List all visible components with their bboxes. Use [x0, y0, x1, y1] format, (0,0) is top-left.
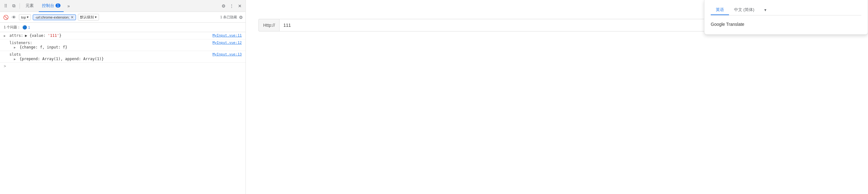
translate-popup: 英语 中文 (简体) ▾ Google Translate: [704, 0, 868, 35]
main-area: 英语 中文 (简体) ▾ Google Translate Http://: [246, 0, 868, 194]
filter-settings-icon[interactable]: ⚙: [239, 15, 243, 20]
issue-bar: 1 个问题： 🔵 1: [0, 23, 246, 32]
issue-badge-icon: 🔵: [22, 25, 27, 30]
source-link-attrs[interactable]: MyInput.vue:11: [212, 33, 242, 37]
translate-tab-chinese[interactable]: 中文 (简体): [729, 5, 759, 15]
translate-tab-english[interactable]: 英语: [711, 5, 729, 15]
clear-console-icon[interactable]: 🚫: [2, 14, 9, 21]
table-row: listeners: MyInput.vue:12 {change: f, in…: [0, 39, 246, 51]
translate-more-arrow-icon: ▾: [764, 7, 767, 12]
context-dropdown[interactable]: top ▾: [19, 14, 31, 20]
source-link-listeners[interactable]: MyInput.vue:12: [212, 41, 242, 45]
row-value-slots: {prepend: Array(1), append: Array(1)}: [20, 57, 104, 61]
level-dropdown[interactable]: 默认级别 ▾: [78, 14, 99, 21]
issue-text: 1 个问题：: [4, 25, 21, 30]
console-prompt: >: [0, 63, 246, 70]
filter-chip: -url:chrome-extension; ✕: [33, 14, 75, 20]
console-content: attrs: ▶ {value: '111'} MyInput.vue:11 l…: [0, 32, 246, 194]
level-dropdown-arrow-icon: ▾: [95, 15, 97, 19]
source-link-slots[interactable]: MyInput.vue:13: [212, 52, 242, 57]
row-key-listeners: listeners:: [9, 41, 32, 45]
row-value-attrs: ▶ {value: '111'}: [25, 33, 61, 38]
table-row: slots MyInput.vue:13 {prepend: Array(1),…: [0, 51, 246, 63]
row-value-listeners: {change: f, input: f}: [20, 45, 67, 50]
devtools-toolbar: ⠿ ⧉ 元素 控制台 1 » ⚙ ⋮ ✕: [0, 0, 246, 12]
device-mode-icon[interactable]: ⧉: [11, 3, 17, 9]
translate-service-name: Google Translate: [711, 19, 861, 29]
toolbar-separator-1: [20, 3, 20, 9]
hidden-count: 1 条已隐藏: [220, 15, 237, 20]
tab-console[interactable]: 控制台 1: [39, 0, 64, 12]
table-row: attrs: ▶ {value: '111'} MyInput.vue:11: [0, 32, 246, 39]
close-icon[interactable]: ✕: [237, 3, 243, 9]
row-key-attrs: attrs:: [9, 33, 23, 38]
filter-bar: 🚫 👁 top ▾ -url:chrome-extension; ✕ 默认级别 …: [0, 12, 246, 23]
translate-tabs: 英语 中文 (简体) ▾: [711, 5, 861, 15]
tab-elements[interactable]: 元素: [22, 0, 37, 12]
devtools-panel: ⠿ ⧉ 元素 控制台 1 » ⚙ ⋮ ✕ 🚫 👁 top ▾ -url:chro…: [0, 0, 246, 194]
expand-icon[interactable]: [4, 33, 8, 38]
settings-icon[interactable]: ⚙: [220, 3, 227, 9]
menu-icon[interactable]: ⋮: [228, 3, 235, 9]
more-tabs-icon[interactable]: »: [66, 3, 72, 9]
issue-badge-count: 1: [28, 26, 30, 29]
console-badge: 1: [56, 3, 61, 7]
dropdown-arrow-icon: ▾: [27, 15, 29, 19]
row-key-slots: slots: [9, 52, 21, 57]
translate-tab-more[interactable]: ▾: [759, 6, 772, 15]
eye-icon[interactable]: 👁: [11, 14, 17, 21]
issue-badge: 🔵 1: [22, 25, 30, 30]
expand-icon-slots-sub[interactable]: [14, 57, 18, 61]
filter-chip-close-icon[interactable]: ✕: [71, 15, 74, 19]
select-element-icon[interactable]: ⠿: [2, 3, 9, 9]
expand-icon-listeners-sub[interactable]: [14, 45, 18, 50]
prompt-caret-icon: >: [4, 64, 6, 68]
input-prefix: Http://: [258, 19, 279, 32]
